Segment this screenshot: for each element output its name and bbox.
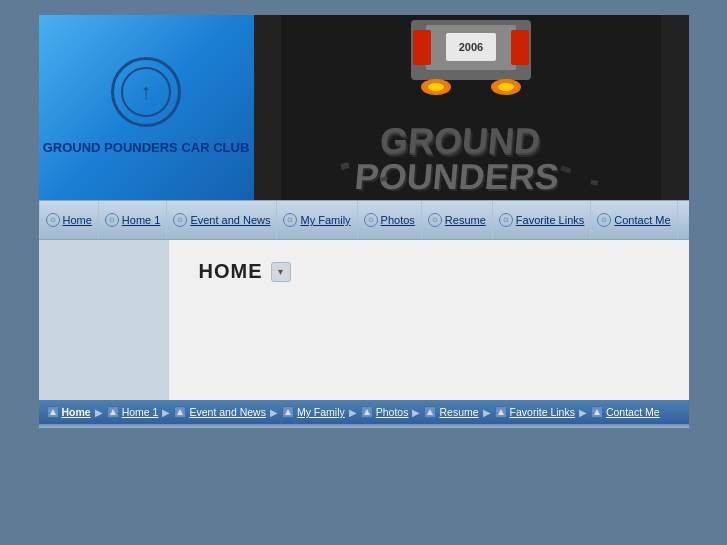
- svg-rect-20: [381, 177, 387, 182]
- svg-point-8: [428, 83, 444, 91]
- footer-icon-home: [47, 406, 59, 418]
- page-title-dropdown[interactable]: ▾: [271, 262, 291, 282]
- nav-icon-links: ⊙: [499, 213, 513, 227]
- page-title: HOME: [199, 260, 263, 283]
- footer-icon-photos: [361, 406, 373, 418]
- nav-icon-home: ⊙: [46, 213, 60, 227]
- footer-sep-7: ▶: [579, 407, 587, 418]
- footer-item-links[interactable]: Favorite Links: [495, 406, 575, 418]
- nav-bar: ⊙ Home ⊙ Home 1 ⊙ Event and News ⊙ My Fa…: [39, 200, 689, 240]
- nav-item-events[interactable]: ⊙ Event and News: [167, 201, 277, 239]
- banner-graphic: 2006 GROUND GROUND GROUND GROUND POUNDE: [281, 15, 661, 200]
- content-area: HOME ▾: [39, 240, 689, 400]
- footer-item-resume[interactable]: Resume: [424, 406, 478, 418]
- nav-item-links[interactable]: ⊙ Favorite Links: [493, 201, 591, 239]
- footer-item-home[interactable]: Home: [47, 406, 91, 418]
- nav-icon-events: ⊙: [173, 213, 187, 227]
- footer-label-home1: Home 1: [122, 406, 159, 418]
- nav-label-contact: Contact Me: [614, 214, 670, 226]
- footer-item-family[interactable]: My Family: [282, 406, 345, 418]
- logo-arrow-icon: ↑: [141, 79, 152, 105]
- nav-label-photos: Photos: [381, 214, 415, 226]
- nav-label-home: Home: [63, 214, 92, 226]
- site-title: GROUND POUNDERS CAR CLUB: [43, 139, 250, 157]
- footer-icon-links: [495, 406, 507, 418]
- nav-label-links: Favorite Links: [516, 214, 584, 226]
- logo-inner-circle: ↑: [121, 67, 171, 117]
- footer-label-events: Event and News: [189, 406, 265, 418]
- footer-label-contact: Contact Me: [606, 406, 660, 418]
- page-title-row: HOME ▾: [199, 260, 659, 283]
- nav-item-resume[interactable]: ⊙ Resume: [422, 201, 493, 239]
- footer-label-resume: Resume: [439, 406, 478, 418]
- footer-icon-resume: [424, 406, 436, 418]
- nav-item-contact[interactable]: ⊙ Contact Me: [591, 201, 677, 239]
- footer-nav: Home ▶ Home 1 ▶ Event and News ▶: [39, 400, 689, 424]
- main-container: ↑ GROUND POUNDERS CAR CLUB 2006: [39, 15, 689, 428]
- footer-sep-4: ▶: [349, 407, 357, 418]
- nav-label-family: My Family: [300, 214, 350, 226]
- nav-label-resume: Resume: [445, 214, 486, 226]
- footer-item-photos[interactable]: Photos: [361, 406, 409, 418]
- svg-text:GROUND: GROUND: [378, 120, 541, 161]
- nav-label-events: Event and News: [190, 214, 270, 226]
- logo-box: ↑ GROUND POUNDERS CAR CLUB: [39, 15, 254, 200]
- content-main: HOME ▾: [169, 240, 689, 400]
- logo-circle: ↑: [111, 57, 181, 127]
- nav-item-home[interactable]: ⊙ Home: [39, 201, 99, 239]
- footer-label-links: Favorite Links: [510, 406, 575, 418]
- nav-icon-resume: ⊙: [428, 213, 442, 227]
- svg-text:POUNDERS: POUNDERS: [353, 156, 560, 197]
- nav-icon-home1: ⊙: [105, 213, 119, 227]
- svg-rect-6: [511, 30, 529, 65]
- chevron-down-icon: ▾: [278, 266, 283, 277]
- footer-item-home1[interactable]: Home 1: [107, 406, 159, 418]
- footer-icon-family: [282, 406, 294, 418]
- footer-label-photos: Photos: [376, 406, 409, 418]
- footer-sep-3: ▶: [270, 407, 278, 418]
- nav-icon-photos: ⊙: [364, 213, 378, 227]
- footer-sep-2: ▶: [162, 407, 170, 418]
- nav-item-home1[interactable]: ⊙ Home 1: [99, 201, 168, 239]
- nav-item-family[interactable]: ⊙ My Family: [277, 201, 357, 239]
- page-wrapper: ↑ GROUND POUNDERS CAR CLUB 2006: [0, 0, 727, 545]
- footer-icon-home1: [107, 406, 119, 418]
- footer-icon-events: [174, 406, 186, 418]
- footer-icon-contact: [591, 406, 603, 418]
- nav-label-home1: Home 1: [122, 214, 161, 226]
- footer-label-family: My Family: [297, 406, 345, 418]
- svg-point-10: [498, 83, 514, 91]
- footer-item-contact[interactable]: Contact Me: [591, 406, 660, 418]
- header-area: ↑ GROUND POUNDERS CAR CLUB 2006: [39, 15, 689, 200]
- footer-item-events[interactable]: Event and News: [174, 406, 265, 418]
- footer-sep-5: ▶: [412, 407, 420, 418]
- footer-sep-1: ▶: [95, 407, 103, 418]
- nav-icon-family: ⊙: [283, 213, 297, 227]
- footer-label-home: Home: [62, 406, 91, 418]
- footer-sep-6: ▶: [483, 407, 491, 418]
- nav-item-photos[interactable]: ⊙ Photos: [358, 201, 422, 239]
- svg-rect-5: [413, 30, 431, 65]
- nav-icon-contact: ⊙: [597, 213, 611, 227]
- banner-box: 2006 GROUND GROUND GROUND GROUND POUNDE: [254, 15, 689, 200]
- svg-text:2006: 2006: [459, 41, 483, 53]
- content-sidebar: [39, 240, 169, 400]
- footer-bottom-line: [39, 424, 689, 428]
